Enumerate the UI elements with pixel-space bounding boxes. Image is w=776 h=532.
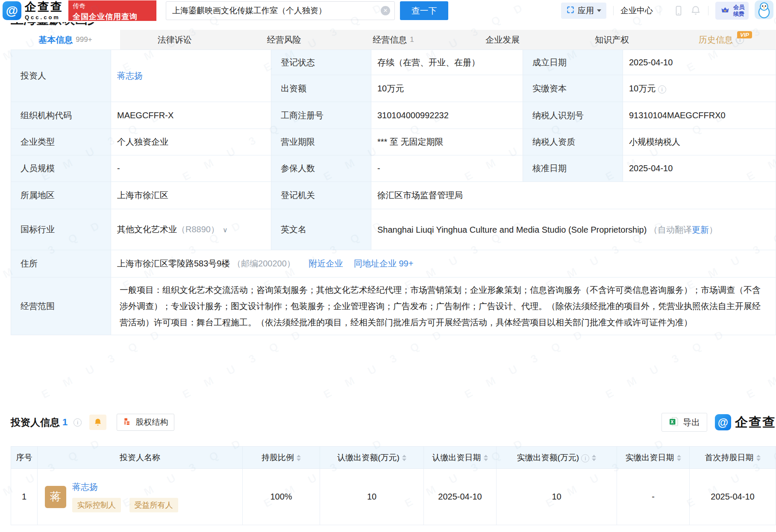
investors-title: 投资人信息 bbox=[11, 416, 60, 429]
label-english-name: 英文名 bbox=[271, 209, 371, 250]
qcc-logo-text: 企查查 Qcc.com bbox=[25, 1, 63, 20]
label-taxpayer-quality: 纳税人资质 bbox=[523, 129, 623, 155]
tag-beneficial-owner: 受益所有人 bbox=[129, 498, 178, 512]
label-taxpayer-id: 纳税人识别号 bbox=[523, 102, 623, 129]
cell-investor-name: 蒋 蒋志扬 实际控制人 受益所有人 bbox=[38, 481, 242, 512]
col-shareholding-ratio[interactable]: 持股比例 bbox=[243, 447, 320, 469]
value-business-term: *** 至 无固定期限 bbox=[371, 129, 523, 155]
value-insured-count: - bbox=[371, 155, 523, 182]
tab-operational-risk[interactable]: 经营风险 bbox=[229, 30, 339, 50]
col-subscribed-date[interactable]: 认缴出资日期 bbox=[424, 447, 497, 469]
value-establish-date: 2025-04-10 bbox=[623, 50, 776, 75]
nearby-companies-link[interactable]: 附近企业 bbox=[309, 259, 343, 268]
value-industry: 其他文化艺术业（R8890）∨ bbox=[111, 209, 271, 250]
investors-count: 1 bbox=[62, 417, 68, 428]
sort-icon[interactable] bbox=[756, 455, 761, 461]
clear-icon[interactable]: ✕ bbox=[381, 6, 390, 15]
crown-icon bbox=[720, 5, 731, 17]
value-company-type: 个人独资企业 bbox=[111, 129, 271, 155]
label-registration-number: 工商注册号 bbox=[271, 102, 371, 129]
divider bbox=[660, 6, 660, 15]
membership-renewal-button[interactable]: 会员 续费 bbox=[715, 2, 749, 20]
label-registration-status: 登记状态 bbox=[271, 50, 371, 75]
chevron-down-icon[interactable]: ∨ bbox=[223, 226, 228, 234]
info-icon[interactable]: i bbox=[581, 454, 589, 462]
label-staff-size: 人员规模 bbox=[11, 155, 111, 182]
tab-history-info[interactable]: 历史信息 i VIP bbox=[667, 30, 776, 50]
sort-icon[interactable] bbox=[484, 455, 488, 461]
notification-bell-icon[interactable] bbox=[690, 5, 701, 17]
label-investor: 投资人 bbox=[11, 50, 111, 102]
mascot-icon[interactable] bbox=[755, 0, 773, 21]
value-business-scope: 一般项目：组织文化艺术交流活动；咨询策划服务；其他文化艺术经纪代理；市场营销策划… bbox=[111, 278, 776, 335]
export-button[interactable]: 导出 bbox=[661, 413, 707, 432]
info-icon[interactable]: i bbox=[73, 418, 82, 427]
cell-subscribed-date: 2025-04-10 bbox=[424, 469, 497, 525]
divider bbox=[613, 6, 614, 15]
cell-index: 1 bbox=[11, 469, 38, 525]
tag-actual-controller: 实际控制人 bbox=[72, 498, 121, 512]
search-box: ✕ bbox=[166, 1, 395, 20]
cell-paid-date: - bbox=[617, 469, 690, 525]
value-investor: 蒋志扬 bbox=[111, 50, 271, 102]
col-paid-date[interactable]: 实缴出资日期 bbox=[617, 447, 690, 469]
tab-operational-info[interactable]: 经营信息1 bbox=[339, 30, 448, 50]
investors-table-header-row: 序号 投资人名称 持股比例 认缴出资额(万元) 认缴出资日期 实缴出资额(万元)… bbox=[11, 447, 776, 469]
sort-icon[interactable] bbox=[297, 455, 301, 461]
label-business-term: 营业期限 bbox=[271, 129, 371, 155]
search-area: ✕ 查一下 bbox=[166, 1, 448, 20]
label-org-code: 组织机构代码 bbox=[11, 102, 111, 129]
cell-subscribed-amount: 10 bbox=[320, 469, 424, 525]
tab-intellectual-property[interactable]: 知识产权 bbox=[557, 30, 667, 50]
investor-row: 1 蒋 蒋志扬 实际控制人 受益所有人 100% 10 bbox=[11, 469, 776, 525]
label-paid-capital: 实缴资本 bbox=[523, 75, 623, 102]
value-approval-date: 2025-04-10 bbox=[623, 155, 776, 182]
same-address-companies-link[interactable]: 同地址企业 99+ bbox=[354, 259, 413, 268]
equity-structure-button[interactable]: 股权结构 bbox=[117, 414, 174, 431]
value-capital: 10万元 bbox=[371, 75, 523, 102]
col-subscribed-amount[interactable]: 认缴出资额(万元) bbox=[320, 447, 424, 469]
qcc-logo[interactable]: @ 企查查 Qcc.com bbox=[3, 1, 63, 20]
mobile-app-icon[interactable] bbox=[673, 5, 684, 17]
investor-avatar[interactable]: 蒋 bbox=[45, 486, 66, 508]
value-english-name: Shanghai Liuqi Yinghua Culture and Media… bbox=[371, 209, 776, 250]
value-paid-capital: 10万元 i bbox=[623, 75, 776, 102]
label-company-type: 企业类型 bbox=[11, 129, 111, 155]
top-header: @ 企查查 Qcc.com 传奇 全国企业信用查询 ✕ 查一下 应用 企业中心 bbox=[0, 0, 776, 21]
investor-name-link[interactable]: 蒋志扬 bbox=[72, 481, 98, 493]
info-icon[interactable]: i bbox=[658, 85, 666, 94]
label-capital: 出资额 bbox=[271, 75, 371, 102]
tab-basic-info[interactable]: 基本信息999+ bbox=[11, 30, 120, 50]
apps-menu[interactable]: 应用 bbox=[561, 3, 606, 19]
search-button[interactable]: 查一下 bbox=[400, 1, 448, 20]
col-first-hold-date[interactable]: 首次持股日期 bbox=[690, 447, 776, 469]
vip-badge: VIP bbox=[737, 31, 752, 38]
cell-paid-amount: 10 bbox=[497, 469, 617, 525]
col-index: 序号 bbox=[11, 447, 38, 469]
investors-section: 投资人信息 1 i 股权结构 导出 @ 企查查 序号 投资人名称 持股比例 bbox=[11, 412, 776, 525]
value-taxpayer-id: 91310104MAEGCFFRX0 bbox=[623, 102, 776, 129]
label-establish-date: 成立日期 bbox=[523, 50, 623, 75]
monitor-bell-button[interactable] bbox=[89, 415, 106, 430]
sort-icon[interactable] bbox=[592, 455, 596, 461]
enterprise-center-link[interactable]: 企业中心 bbox=[620, 5, 653, 16]
col-paid-amount[interactable]: 实缴出资额(万元) i bbox=[497, 447, 617, 469]
tab-enterprise-development[interactable]: 企业发展 bbox=[448, 30, 557, 50]
label-registration-authority: 登记机关 bbox=[271, 182, 371, 209]
search-input[interactable] bbox=[166, 6, 394, 15]
cell-shareholding-ratio: 100% bbox=[243, 469, 320, 525]
tab-legal-litigation[interactable]: 法律诉讼 bbox=[120, 30, 229, 50]
sort-icon[interactable] bbox=[677, 455, 681, 461]
sort-icon[interactable] bbox=[402, 455, 406, 461]
cell-first-hold-date: 2025-04-10 bbox=[690, 469, 776, 525]
translation-update-link[interactable]: 更新 bbox=[692, 225, 709, 234]
promo-badge: 传奇 全国企业信用查询 bbox=[68, 0, 156, 21]
excel-icon bbox=[669, 416, 679, 429]
caret-down-icon bbox=[597, 9, 601, 12]
value-address: 上海市徐汇区零陵路583号9楼 （邮编200200） 附近企业 同地址企业 99… bbox=[111, 250, 776, 278]
brand-domain: Qcc.com bbox=[25, 15, 63, 20]
clipped-page-heading: 上海鎏麒映画文化传媒工作室（个人独资） bbox=[11, 22, 94, 27]
investor-link[interactable]: 蒋志扬 bbox=[117, 71, 143, 80]
header-right-nav: 应用 企业中心 会员 续费 bbox=[561, 0, 776, 21]
value-staff-size: - bbox=[111, 155, 271, 182]
